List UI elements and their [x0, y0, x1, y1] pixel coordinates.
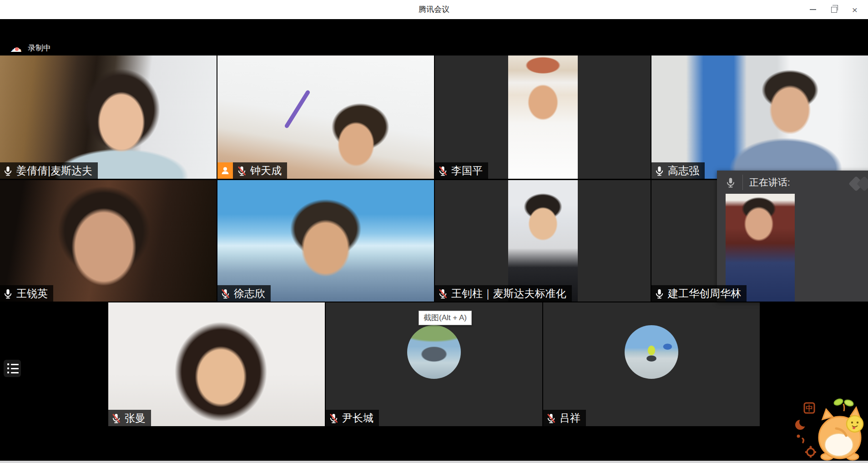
participant-name-label: 王钊柱｜麦斯达夫标准化: [435, 285, 572, 302]
mic-status-icon: [237, 166, 247, 176]
meeting-logo-icon: [849, 176, 868, 191]
participant-name-label: 王锐英: [0, 285, 53, 302]
video-tile[interactable]: 姜倩倩|麦斯达夫: [0, 55, 217, 179]
mic-status-icon: [654, 166, 665, 176]
svg-text:中: 中: [806, 404, 813, 412]
participant-name-label: 姜倩倩|麦斯达夫: [0, 162, 98, 179]
ime-mascot[interactable]: 中: [792, 396, 868, 461]
participant-name: 吕祥: [560, 411, 580, 425]
participant-name-label: 尹长城: [326, 410, 379, 426]
meeting-window: 腾讯会议 × ☁ 录制中 姜倩倩|麦斯达夫: [0, 0, 868, 463]
video-tile[interactable]: 徐志欣: [217, 180, 434, 302]
participant-name: 徐志欣: [234, 287, 265, 301]
participant-name: 李国平: [451, 164, 483, 178]
video-tile[interactable]: 高志强: [651, 55, 868, 179]
mic-status-icon: [3, 166, 13, 176]
participant-name: 钟天成: [250, 164, 282, 178]
participant-name: 王锐英: [16, 287, 48, 301]
participant-name: 建工华创周华林: [668, 287, 741, 301]
close-icon: ×: [852, 5, 858, 15]
mic-status-icon: [3, 288, 13, 299]
title-bar: 腾讯会议 ×: [0, 0, 868, 19]
participant-list-button[interactable]: [4, 360, 21, 377]
mic-status-icon: [220, 288, 231, 299]
video-tile[interactable]: 王钊柱｜麦斯达夫标准化: [435, 180, 651, 302]
mic-status-icon: [111, 413, 121, 423]
video-tile[interactable]: 张曼: [108, 302, 325, 426]
ime-status-icons: 中: [795, 403, 816, 458]
mic-status-icon: [546, 413, 556, 423]
participant-name: 王钊柱｜麦斯达夫标准化: [451, 287, 566, 301]
restore-icon: [831, 7, 837, 13]
participant-avatar: [407, 325, 461, 379]
mic-icon: [725, 177, 736, 188]
participant-name: 尹长城: [342, 411, 373, 425]
cloud-recording-icon: ☁: [10, 42, 24, 54]
mascot-body: [819, 398, 863, 460]
video-tile[interactable]: 吕祥: [543, 302, 760, 426]
participant-name-label: 李国平: [435, 162, 488, 179]
now-speaking-label: 正在讲话:: [749, 176, 790, 189]
mic-status-icon: [438, 288, 448, 299]
window-title: 腾讯会议: [0, 0, 868, 19]
participant-name: 姜倩倩|麦斯达夫: [16, 164, 92, 178]
participant-name-label: 钟天成: [217, 162, 287, 179]
participant-name: 高志强: [668, 164, 699, 178]
participant-video: [108, 302, 325, 426]
participant-video: [217, 180, 434, 302]
participant-video: [0, 180, 217, 302]
close-button[interactable]: ×: [844, 0, 865, 19]
participant-video: [651, 55, 868, 179]
participant-video: [217, 55, 434, 179]
now-speaking-header: 正在讲话:: [717, 171, 868, 194]
mic-status-icon: [438, 166, 448, 176]
video-tile[interactable]: 王锐英: [0, 180, 217, 302]
participant-name-label: 高志强: [651, 162, 705, 179]
video-tile[interactable]: 李国平: [435, 55, 651, 179]
restore-button[interactable]: [823, 0, 844, 19]
participant-avatar: [625, 325, 678, 379]
participant-name-label: 建工华创周华林: [651, 285, 747, 302]
screenshot-tooltip: 截图(Alt + A): [419, 311, 472, 325]
minimize-button[interactable]: [802, 0, 823, 19]
minimize-icon: [810, 9, 816, 10]
recording-indicator: ☁ 录制中: [10, 42, 51, 54]
window-bottom-edge: [0, 461, 868, 463]
divider: [742, 175, 743, 190]
participant-video: [508, 180, 578, 302]
participant-name-label: 张曼: [108, 410, 151, 426]
participant-name-label: 吕祥: [543, 410, 586, 426]
mic-status-icon: [328, 413, 339, 423]
mic-status-icon: [654, 288, 665, 299]
participant-video: [508, 55, 578, 179]
participant-video: [0, 55, 217, 179]
recording-label: 录制中: [28, 43, 51, 53]
host-badge-icon: [217, 162, 233, 179]
window-controls: ×: [802, 0, 865, 19]
participant-name: 张曼: [125, 411, 146, 425]
participant-name-label: 徐志欣: [217, 285, 271, 302]
now-speaking-panel[interactable]: 正在讲话:: [717, 171, 868, 302]
video-tile[interactable]: 钟天成: [217, 55, 434, 179]
